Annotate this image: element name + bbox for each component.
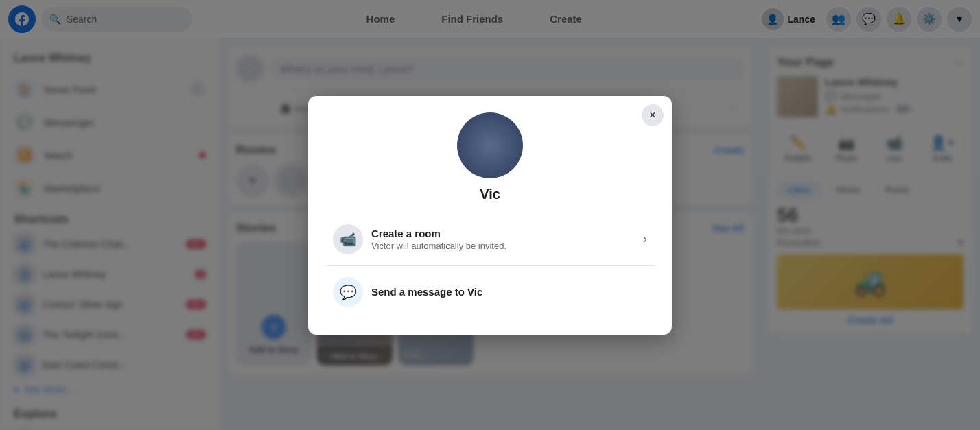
modal-user-avatar [457,112,523,178]
send-message-modal-title: Send a message to Vic [371,286,647,298]
modal-create-room-action[interactable]: 📹 Create a room Victor will automaticall… [325,216,655,263]
modal-divider [325,265,655,266]
send-message-modal-icon: 💬 [333,277,363,307]
modal-overlay[interactable]: × Vic 📹 Create a room Victor will automa… [0,0,980,430]
modal-create-room-text: Create a room Victor will automatically … [371,228,635,251]
modal-user-name: Vic [325,187,655,202]
create-room-modal-icon: 📹 [333,224,363,254]
modal-avatar-wrap [325,112,655,178]
create-room-modal-title: Create a room [371,228,635,239]
modal-send-message-text: Send a message to Vic [371,286,647,298]
create-room-chevron-icon: › [643,232,647,246]
create-room-modal-subtitle: Victor will automatically be invited. [371,241,635,251]
user-action-modal: × Vic 📹 Create a room Victor will automa… [308,96,672,335]
modal-close-button[interactable]: × [642,104,664,126]
modal-send-message-action[interactable]: 💬 Send a message to Vic [325,269,655,315]
